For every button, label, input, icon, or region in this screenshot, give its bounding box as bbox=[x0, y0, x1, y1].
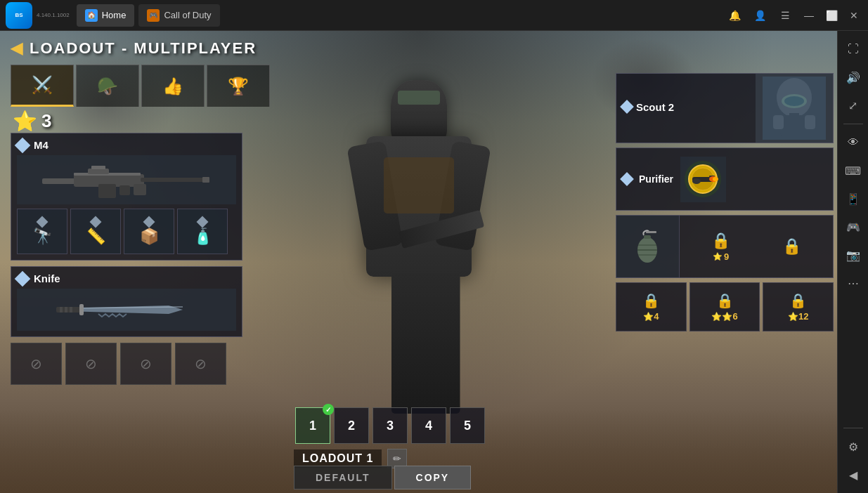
att-diamond-2 bbox=[90, 216, 102, 228]
weapon-diamond-icon bbox=[15, 137, 31, 153]
locked-slot-1[interactable]: ⊘ bbox=[11, 343, 62, 385]
purifier-diamond-icon bbox=[620, 172, 634, 186]
cod-tab-icon: 🎮 bbox=[147, 9, 160, 22]
account-button[interactable]: 👤 bbox=[750, 6, 770, 25]
tab-home[interactable]: 🏠 Home bbox=[77, 4, 135, 27]
svg-rect-0 bbox=[42, 178, 77, 184]
scout-operator-svg bbox=[763, 77, 826, 140]
br-locked-2[interactable]: 🔒 ⭐ ⭐ 6 bbox=[689, 282, 760, 331]
att-diamond-4 bbox=[197, 216, 209, 228]
scout-name: Scout 2 bbox=[636, 101, 674, 113]
locked-slot-3[interactable]: ⊘ bbox=[120, 343, 171, 385]
camera-icon[interactable]: 📷 bbox=[841, 242, 866, 268]
loadout-slot-2[interactable]: 2 bbox=[334, 407, 369, 444]
version-label: 4.140.1.1002 bbox=[37, 13, 70, 18]
keyboard-icon[interactable]: ⌨ bbox=[841, 158, 866, 183]
loadout-slot-5[interactable]: 5 bbox=[450, 407, 485, 444]
svg-rect-16 bbox=[79, 304, 84, 315]
br-lock-icon-3: 🔒 bbox=[789, 292, 807, 309]
attachment-slot-2[interactable]: 📏 bbox=[70, 209, 121, 254]
window-controls: 🔔 👤 ☰ — ⬜ ✕ bbox=[725, 6, 862, 25]
default-button[interactable]: DEFAULT bbox=[294, 466, 392, 489]
perks-tab-icon: 👍 bbox=[162, 77, 183, 96]
br-locked-1[interactable]: 🔒 ⭐ 4 bbox=[616, 282, 687, 331]
right-sidebar: ⛶ 🔊 ⤢ 👁 ⌨ 📱 🎮 📷 ⋯ ⚙ ◀ bbox=[837, 31, 868, 493]
grenade-svg bbox=[628, 228, 667, 266]
loadout-slot-4[interactable]: 4 bbox=[411, 407, 446, 444]
lock-icon-right-2: 🔒 bbox=[782, 237, 801, 256]
locked-slot-2[interactable]: ⊘ bbox=[65, 343, 117, 385]
secondary-weapon-name: Knife bbox=[34, 272, 60, 284]
copy-button[interactable]: COPY bbox=[394, 466, 472, 489]
back-arrow-sidebar-icon[interactable]: ◀ bbox=[841, 462, 866, 487]
primary-weapon-image[interactable] bbox=[17, 155, 236, 204]
volume-icon[interactable]: 🔊 bbox=[841, 65, 866, 90]
svg-rect-15 bbox=[70, 307, 72, 313]
loadout-selector: 1 ✓ 2 3 4 5 bbox=[295, 407, 485, 444]
main-area: ◀ LOADOUT - MULTIPLAYER ⚔️ 🪖 👍 bbox=[0, 31, 868, 493]
loadout-tabs: ⚔️ 🪖 👍 🏆 bbox=[11, 65, 270, 107]
locked-item-2[interactable]: 🔒 bbox=[782, 237, 801, 256]
operator-tab-icon: 🪖 bbox=[97, 77, 118, 96]
tab-cod[interactable]: 🎮 Call of Duty bbox=[138, 4, 219, 27]
minimize-button[interactable]: — bbox=[801, 7, 817, 24]
br-lock-icon-1: 🔒 bbox=[642, 292, 660, 309]
primary-weapon-name: M4 bbox=[34, 139, 48, 151]
loadout-slot-1[interactable]: 1 ✓ bbox=[295, 407, 330, 444]
svg-rect-24 bbox=[789, 113, 799, 119]
sidebar-divider-2 bbox=[843, 428, 863, 428]
lock-icon-4: ⊘ bbox=[195, 355, 207, 372]
settings-icon[interactable]: ⚙ bbox=[841, 434, 866, 459]
titlebar: BS 4.140.1.1002 🏠 Home 🎮 Call of Duty 🔔 … bbox=[0, 0, 868, 31]
svg-rect-4 bbox=[134, 184, 146, 195]
right-panel: Scout 2 bbox=[616, 73, 834, 331]
attachment-slot-1[interactable]: 🔭 bbox=[17, 209, 67, 254]
br-lock-icon-2: 🔒 bbox=[716, 292, 734, 309]
tab-weapons[interactable]: ⚔️ bbox=[11, 65, 74, 107]
scout-card[interactable]: Scout 2 bbox=[616, 73, 834, 143]
br-locked-3[interactable]: 🔒 ⭐ 12 bbox=[763, 282, 834, 331]
bottom-locked-slots: ⊘ ⊘ ⊘ ⊘ bbox=[11, 343, 242, 385]
close-button[interactable]: ✕ bbox=[846, 7, 862, 24]
svg-rect-3 bbox=[98, 184, 116, 198]
back-button[interactable]: ◀ bbox=[11, 39, 22, 58]
svg-rect-23 bbox=[805, 115, 815, 129]
lock-icon-1: ⊘ bbox=[30, 355, 42, 372]
notification-button[interactable]: 🔔 bbox=[725, 6, 744, 25]
rank-display: ⭐ 3 bbox=[13, 110, 51, 133]
phone-icon[interactable]: 📱 bbox=[841, 186, 866, 211]
eye-icon[interactable]: 👁 bbox=[841, 130, 866, 155]
attachment-slot-4[interactable]: 🧴 bbox=[177, 209, 228, 254]
svg-rect-7 bbox=[91, 166, 105, 169]
purifier-name: Purifier bbox=[639, 173, 673, 185]
locked-slot-4[interactable]: ⊘ bbox=[175, 343, 226, 385]
menu-button[interactable]: ☰ bbox=[775, 6, 795, 25]
svg-point-31 bbox=[713, 177, 718, 181]
att-diamond-1 bbox=[37, 216, 48, 228]
grenade-slot[interactable] bbox=[616, 216, 680, 277]
locked-item-1[interactable]: 🔒 ⭐ 9 bbox=[711, 232, 730, 262]
expand-icon[interactable]: ⛶ bbox=[841, 37, 866, 62]
restore-button[interactable]: ⬜ bbox=[823, 7, 840, 24]
left-weapon-panel: M4 bbox=[11, 133, 242, 385]
header-bar: ◀ LOADOUT - MULTIPLAYER bbox=[0, 31, 837, 66]
tab-operator[interactable]: 🪖 bbox=[76, 65, 139, 107]
grenade-card: 🔒 ⭐ 9 🔒 bbox=[616, 215, 834, 278]
tab-scorestreak[interactable]: 🏆 bbox=[207, 65, 270, 107]
attachment-slot-3[interactable]: 📦 bbox=[124, 209, 174, 254]
fullscreen-icon[interactable]: ⤢ bbox=[841, 93, 866, 118]
rank-number: 3 bbox=[41, 110, 51, 132]
lock-icon-right-1: 🔒 bbox=[711, 232, 730, 250]
knife-image[interactable] bbox=[17, 289, 236, 331]
ui-overlay: ◀ LOADOUT - MULTIPLAYER ⚔️ 🪖 👍 bbox=[0, 31, 837, 493]
gamepad-icon[interactable]: 🎮 bbox=[841, 214, 866, 239]
svg-rect-6 bbox=[88, 169, 109, 174]
bottom-right-locked: 🔒 ⭐ 4 🔒 ⭐ ⭐ 6 bbox=[616, 282, 834, 331]
active-check-badge: ✓ bbox=[323, 404, 334, 415]
more-dots-icon[interactable]: ⋯ bbox=[841, 270, 866, 296]
attachment-row: 🔭 📏 bbox=[17, 209, 236, 254]
purifier-card[interactable]: Purifier bbox=[616, 147, 834, 211]
lock-icon-3: ⊘ bbox=[140, 355, 152, 372]
tab-perks[interactable]: 👍 bbox=[141, 65, 205, 107]
loadout-slot-3[interactable]: 3 bbox=[373, 407, 408, 444]
